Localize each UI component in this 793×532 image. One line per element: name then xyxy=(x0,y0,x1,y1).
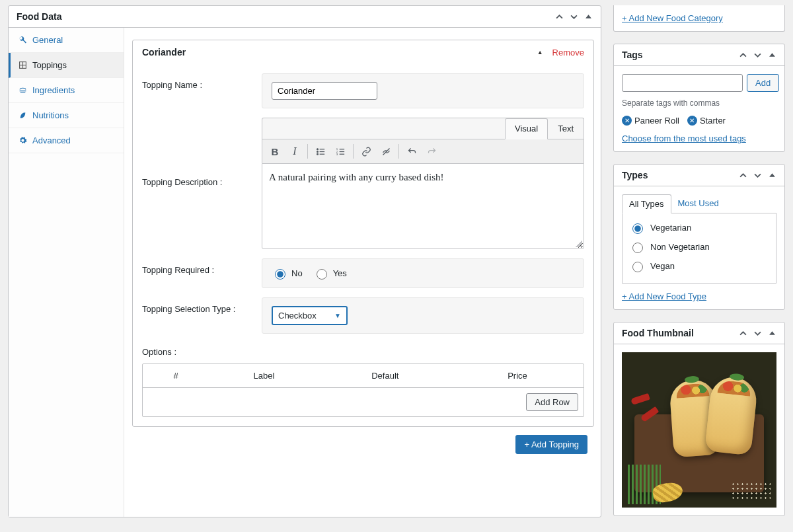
svg-text:3: 3 xyxy=(336,152,338,155)
options-table: # Label Default Price Add Row xyxy=(142,363,584,417)
add-topping-button[interactable]: + Add Topping xyxy=(515,435,587,454)
chevron-down-icon: ▼ xyxy=(334,312,341,319)
tab-ingredients[interactable]: Ingredients xyxy=(9,78,124,103)
food-data-header: Food Data xyxy=(9,6,601,28)
topping-card: Coriander ▲ Remove Topping Name : xyxy=(132,40,594,427)
svg-point-3 xyxy=(317,148,318,149)
tab-advanced[interactable]: Advanced xyxy=(9,128,124,153)
topping-description-editor[interactable]: A natural pairing with any curry based d… xyxy=(262,163,584,249)
leaf-icon xyxy=(18,111,27,120)
svg-point-7 xyxy=(317,153,318,155)
add-food-type-link[interactable]: + Add New Food Type xyxy=(622,291,706,301)
selection-type-label: Topping Selection Type : xyxy=(133,297,262,321)
bullet-list-icon[interactable] xyxy=(312,143,329,160)
tab-general[interactable]: General xyxy=(9,28,124,53)
tag-chip: ✕Paneer Roll xyxy=(622,116,679,126)
tab-nutritions[interactable]: Nutritions xyxy=(9,103,124,128)
redo-icon[interactable] xyxy=(423,143,440,160)
tags-input[interactable] xyxy=(622,74,743,92)
types-tab-all[interactable]: All Types xyxy=(622,194,671,213)
type-option-non-vegetarian[interactable]: Non Vegetarian xyxy=(629,241,769,253)
remove-tag-icon[interactable]: ✕ xyxy=(622,116,632,126)
col-label: Label xyxy=(209,364,319,388)
undo-icon[interactable] xyxy=(403,143,420,160)
panel-toggle-icon[interactable] xyxy=(767,171,776,180)
numbered-list-icon[interactable]: 123 xyxy=(332,143,349,160)
selection-type-select[interactable]: Checkbox ▼ xyxy=(272,306,348,325)
topping-required-label: Topping Required : xyxy=(133,258,262,282)
panel-toggle-icon[interactable] xyxy=(767,50,776,59)
editor-tab-visual[interactable]: Visual xyxy=(505,118,548,139)
tab-label: Advanced xyxy=(32,135,71,145)
col-price: Price xyxy=(451,364,584,388)
burger-icon xyxy=(18,86,27,95)
add-food-category-link[interactable]: + Add New Food Category xyxy=(622,13,723,23)
panel-toggle-icon[interactable] xyxy=(584,12,593,21)
add-category-panel: + Add New Food Category xyxy=(613,5,785,32)
options-label: Options : xyxy=(133,347,593,357)
choose-tags-link[interactable]: Choose from the most used tags xyxy=(622,133,746,143)
tab-label: General xyxy=(32,35,63,45)
col-default: Default xyxy=(319,364,451,388)
remove-tag-icon[interactable]: ✕ xyxy=(687,116,697,126)
type-option-vegetarian[interactable]: Vegetarian xyxy=(629,221,769,234)
grid-icon xyxy=(18,61,27,70)
editor-toolbar: B I 123 xyxy=(262,139,584,163)
tags-help-text: Separate tags with commas xyxy=(622,98,776,108)
panel-move-up-icon[interactable] xyxy=(738,171,747,180)
panel-move-up-icon[interactable] xyxy=(738,328,747,338)
bold-icon[interactable]: B xyxy=(266,143,283,160)
type-option-vegan[interactable]: Vegan xyxy=(629,260,769,272)
tags-panel: Tags Add Separate tags with commas ✕Pane… xyxy=(613,44,785,152)
topping-description-label: Topping Description : xyxy=(133,118,262,194)
topping-heading: Coriander xyxy=(142,47,186,57)
panel-move-up-icon[interactable] xyxy=(738,50,747,59)
types-title: Types xyxy=(622,170,648,180)
svg-point-5 xyxy=(317,151,318,152)
panel-move-down-icon[interactable] xyxy=(569,12,578,21)
unlink-icon[interactable] xyxy=(377,143,395,160)
add-row-button[interactable]: Add Row xyxy=(526,393,578,411)
required-no-option[interactable]: No xyxy=(272,267,303,280)
thumbnail-title: Food Thumbnail xyxy=(622,328,694,338)
tab-toppings[interactable]: Toppings xyxy=(9,53,124,78)
food-data-content: Coriander ▲ Remove Topping Name : xyxy=(124,28,601,517)
collapse-topping-icon[interactable]: ▲ xyxy=(537,49,543,56)
gear-icon xyxy=(18,136,27,145)
required-yes-option[interactable]: Yes xyxy=(313,267,347,280)
editor-tab-text[interactable]: Text xyxy=(548,118,584,139)
tab-label: Nutritions xyxy=(32,110,69,120)
topping-name-input[interactable] xyxy=(272,82,377,100)
remove-topping-link[interactable]: Remove xyxy=(552,48,584,57)
tag-chip: ✕Starter xyxy=(687,116,726,126)
link-icon[interactable] xyxy=(358,143,375,160)
add-tag-button[interactable]: Add xyxy=(747,74,779,92)
panel-handle-group xyxy=(554,12,593,21)
food-data-title: Food Data xyxy=(17,11,61,22)
panel-move-down-icon[interactable] xyxy=(753,328,762,338)
tags-title: Tags xyxy=(622,50,643,60)
tab-label: Toppings xyxy=(32,60,67,70)
food-thumbnail-image[interactable] xyxy=(622,352,776,508)
col-num: # xyxy=(143,364,209,388)
editor-tab-bar: Visual Text xyxy=(262,118,584,139)
food-thumbnail-panel: Food Thumbnail xyxy=(613,322,785,516)
required-no-radio[interactable] xyxy=(275,269,285,280)
types-panel: Types All Types Most Used Vegetarian Non… xyxy=(613,164,785,310)
panel-move-down-icon[interactable] xyxy=(753,171,762,180)
italic-icon[interactable]: I xyxy=(286,143,303,160)
types-tab-most-used[interactable]: Most Used xyxy=(671,194,726,213)
panel-toggle-icon[interactable] xyxy=(767,328,776,338)
tab-label: Ingredients xyxy=(32,85,75,95)
wrench-icon xyxy=(18,36,27,45)
food-data-tabs: General Toppings Ingredients Nutritions xyxy=(9,28,124,517)
required-yes-radio[interactable] xyxy=(317,269,327,280)
selection-type-value: Checkbox xyxy=(278,311,317,321)
panel-move-up-icon[interactable] xyxy=(554,12,564,21)
food-data-panel: Food Data General Toppings xyxy=(8,5,601,517)
panel-move-down-icon[interactable] xyxy=(753,50,762,59)
topping-name-label: Topping Name : xyxy=(133,73,262,96)
editor-text: A natural pairing with any curry based d… xyxy=(269,172,444,182)
